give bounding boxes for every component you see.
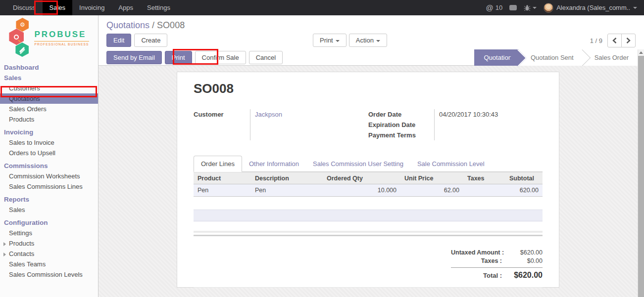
column-header-taxes[interactable]: Taxes: [463, 172, 505, 184]
taxes-total-value: $0.00: [508, 257, 543, 264]
brand-tagline: PROFESSIONAL BUSINESS: [34, 41, 89, 46]
sidebar-item-sales-orders[interactable]: Sales Orders: [0, 104, 98, 114]
at-icon: @: [486, 3, 493, 12]
pager-previous-button[interactable]: [607, 34, 622, 47]
form-statusbar: Send by Email Print Confirm Sale Cancel …: [99, 49, 638, 66]
sidebar-menu: Dashboard Sales Customers Quotations Sal…: [0, 62, 98, 280]
state-quotation[interactable]: Quotation: [474, 49, 519, 66]
cell-ordered-qty: 10.000: [323, 184, 400, 197]
user-menu[interactable]: Alexandra (Sales_comm..: [544, 3, 637, 13]
print-button[interactable]: Print: [165, 51, 192, 64]
expiration-date-label: Expiration Date: [368, 120, 430, 130]
sidebar-item-sales-to-invoice[interactable]: Sales to Invoice: [0, 137, 98, 148]
state-quotation-sent[interactable]: Quotation Sent: [519, 49, 583, 66]
nav-item-settings[interactable]: Settings: [140, 0, 177, 15]
nav-item-invoicing[interactable]: Invoicing: [72, 0, 111, 15]
sidebar-header-commissions[interactable]: Commissions: [0, 161, 98, 171]
sidebar-header-dashboard[interactable]: Dashboard: [0, 62, 98, 73]
sidebar-item-products[interactable]: Products: [0, 114, 98, 125]
status-pipeline: Quotation Quotation Sent Sales Order: [474, 49, 638, 66]
sidebar-item-orders-to-upsell[interactable]: Orders to Upsell: [0, 148, 98, 158]
sidebar-item-customers[interactable]: Customers: [0, 83, 98, 93]
sidebar-item-commission-worksheets[interactable]: Commission Worksheets: [0, 171, 98, 181]
print-dropdown-button[interactable]: Print: [313, 34, 347, 47]
order-lines-table: Product Description Ordered Qty Unit Pri…: [194, 172, 543, 197]
pager-next-button[interactable]: [621, 34, 636, 47]
column-header-unit-price[interactable]: Unit Price: [400, 172, 463, 184]
caret-down-icon: [533, 7, 537, 9]
send-by-email-button[interactable]: Send by Email: [106, 51, 162, 64]
totals-footer: Untaxed Amount : $620.00 Taxes : $0.00 T…: [451, 249, 543, 280]
create-button[interactable]: Create: [134, 34, 167, 47]
cell-taxes: [463, 184, 505, 197]
caret-down-icon: [336, 40, 340, 42]
pager-counter: 1 / 9: [590, 37, 602, 44]
vertical-scrollbar[interactable]: [638, 49, 644, 297]
cell-product: Pen: [194, 184, 251, 197]
probuse-logo: ⚙ PROBUSE PROFESSIONAL BUSINESS: [0, 15, 98, 60]
scrollbar-thumb[interactable]: [638, 56, 644, 297]
column-header-description[interactable]: Description: [251, 172, 323, 184]
debug-menu[interactable]: [524, 4, 537, 11]
control-panel: Quotations / SO008 Edit Create Print Act…: [99, 15, 644, 49]
sidebar-header-configuration[interactable]: Configuration: [0, 217, 98, 228]
action-dropdown-button[interactable]: Action: [349, 34, 387, 47]
sidebar-item-sales-report[interactable]: Sales: [0, 205, 98, 215]
dates-field-group: Order Date Expiration Date Payment Terms…: [368, 109, 543, 140]
sidebar: ⚙ PROBUSE PROFESSIONAL BUSINESS Dashboar…: [0, 15, 99, 297]
user-name: Alexandra (Sales_comm..: [556, 4, 630, 11]
tab-sale-commission-level[interactable]: Sale Commission Level: [410, 156, 492, 171]
sidebar-item-sales-commission-levels[interactable]: Sales Commission Levels: [0, 269, 98, 280]
nav-item-apps[interactable]: Apps: [111, 0, 140, 15]
sidebar-item-settings[interactable]: Settings: [0, 228, 98, 238]
tab-sales-commission-user-setting[interactable]: Sales Commission User Setting: [306, 156, 410, 171]
nav-item-discuss[interactable]: Discuss: [6, 0, 43, 15]
total-value: $620.00: [508, 271, 543, 280]
sidebar-header-invoicing[interactable]: Invoicing: [0, 127, 98, 137]
logo-hexagons: ⚙: [9, 18, 31, 57]
confirm-sale-button[interactable]: Confirm Sale: [195, 51, 246, 64]
edit-button[interactable]: Edit: [106, 34, 131, 47]
column-header-product[interactable]: Product: [194, 172, 251, 184]
tab-other-information[interactable]: Other Information: [242, 156, 306, 171]
top-navbar: Discuss Sales Invoicing Apps Settings @ …: [0, 0, 644, 15]
sidebar-item-config-contacts[interactable]: Contacts: [0, 249, 98, 259]
sidebar-item-quotations[interactable]: Quotations: [0, 93, 98, 104]
nav-item-sales[interactable]: Sales: [43, 0, 73, 15]
chevron-right-icon: [626, 38, 631, 43]
column-header-subtotal[interactable]: Subtotal: [505, 172, 543, 184]
cancel-button[interactable]: Cancel: [249, 51, 283, 64]
quotation-sheet: SO008 Customer Jackpson Order Date Expir…: [177, 72, 559, 288]
order-date-value: 04/20/2017 10:30:43: [439, 109, 543, 120]
page-title: SO008: [194, 81, 543, 96]
sidebar-item-config-products[interactable]: Products: [0, 238, 98, 249]
tab-order-lines[interactable]: Order Lines: [194, 156, 242, 172]
notebook-tabs: Order Lines Other Information Sales Comm…: [194, 155, 543, 172]
messages-icon[interactable]: [509, 5, 517, 10]
customer-field-group: Customer Jackpson: [194, 109, 368, 140]
mention-counter[interactable]: @ 10: [486, 3, 502, 12]
sidebar-header-sales[interactable]: Sales: [0, 73, 98, 83]
payment-terms-value: [439, 130, 543, 140]
column-header-ordered-qty[interactable]: Ordered Qty: [323, 172, 400, 184]
sheet-bottom-divider: [194, 287, 543, 288]
mention-count: 10: [495, 4, 502, 11]
table-row[interactable]: Pen Pen 10.000 62.00 620.00: [194, 184, 543, 197]
breadcrumb-separator: /: [152, 20, 157, 30]
customer-value-link[interactable]: Jackpson: [255, 109, 368, 120]
cell-description: Pen: [251, 184, 323, 197]
scroll-up-arrow[interactable]: [638, 49, 644, 56]
expiration-date-value: [439, 120, 543, 130]
caret-down-icon: [376, 40, 380, 42]
expand-caret-icon: [3, 253, 6, 256]
breadcrumb-quotations-link[interactable]: Quotations: [106, 20, 149, 30]
order-date-label: Order Date: [368, 109, 430, 120]
sidebar-item-sales-teams[interactable]: Sales Teams: [0, 259, 98, 269]
cell-subtotal: 620.00: [505, 184, 543, 197]
sidebar-header-reports[interactable]: Reports: [0, 194, 98, 205]
sidebar-item-sales-commissions-lines[interactable]: Sales Commissions Lines: [0, 181, 98, 192]
pen-icon: [15, 42, 29, 57]
chevron-left-icon: [612, 38, 617, 43]
customer-label: Customer: [194, 109, 246, 120]
cell-unit-price: 62.00: [400, 184, 463, 197]
